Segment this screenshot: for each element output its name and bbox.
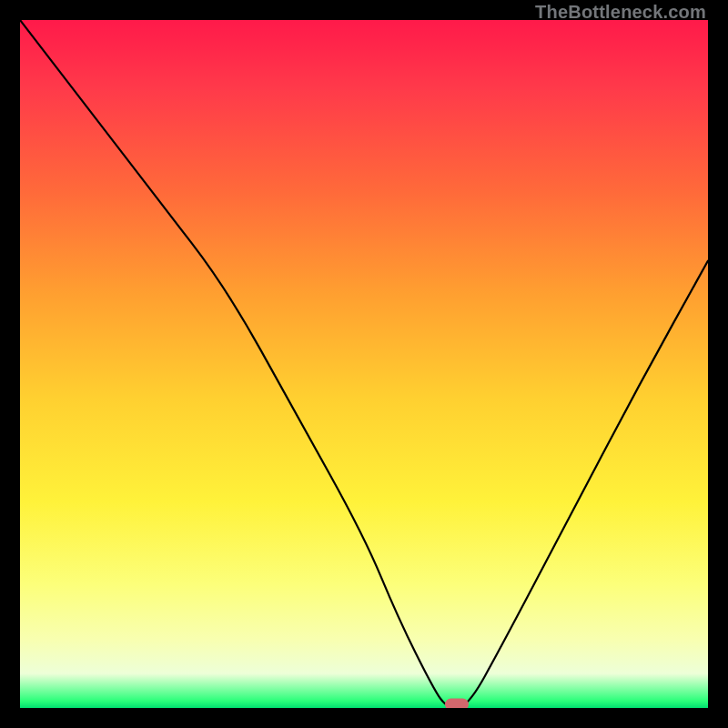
optimal-point-marker	[445, 699, 469, 708]
curve-path	[20, 20, 708, 708]
chart-frame: TheBottleneck.com	[0, 0, 728, 728]
bottleneck-curve	[20, 20, 708, 708]
plot-area	[20, 20, 708, 708]
